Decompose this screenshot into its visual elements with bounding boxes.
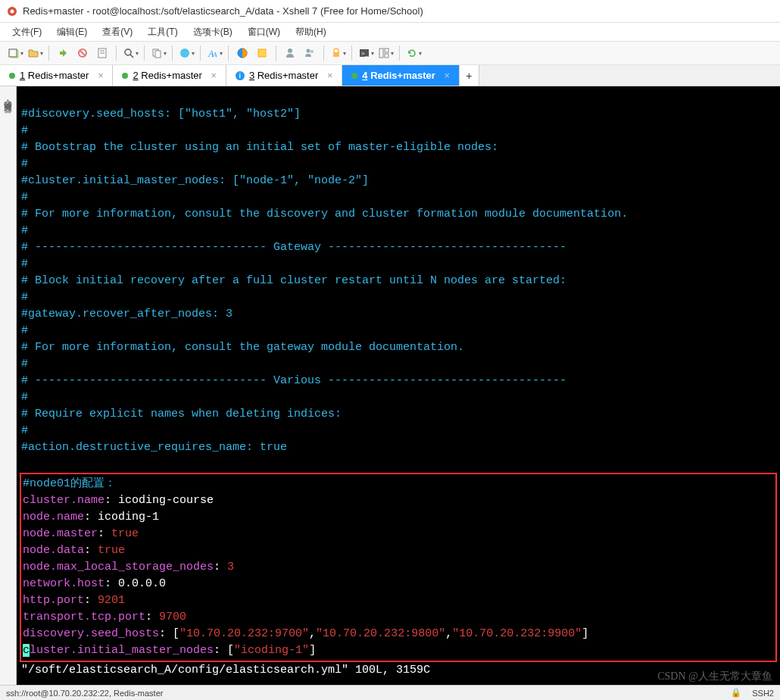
close-icon[interactable]: × <box>326 70 334 81</box>
close-icon[interactable]: × <box>96 70 105 81</box>
toolbar-separator <box>323 45 324 61</box>
svg-point-17 <box>288 48 292 53</box>
open-icon[interactable]: ▾ <box>26 44 44 62</box>
lock-icon[interactable]: ▾ <box>329 44 347 62</box>
svg-text:A: A <box>212 51 217 58</box>
toolbar-separator <box>399 45 400 61</box>
svg-rect-24 <box>385 48 388 52</box>
svg-line-4 <box>80 51 85 55</box>
svg-rect-25 <box>385 54 388 58</box>
toolbar-separator <box>351 45 352 61</box>
layout-icon[interactable]: ▾ <box>376 44 395 62</box>
svg-line-9 <box>130 55 133 58</box>
reconnect-icon[interactable] <box>54 44 72 62</box>
highlighted-config-box: #node01的配置： cluster.name: icoding-course… <box>20 473 777 662</box>
menu-window[interactable]: 窗口(W) <box>242 24 286 40</box>
session-manager-label: 会话管理器 <box>2 92 14 100</box>
svg-point-1 <box>11 9 14 13</box>
svg-rect-20 <box>333 52 339 57</box>
svg-text:>_: >_ <box>361 50 369 57</box>
terminal-cursor: c <box>23 644 30 657</box>
svg-rect-11 <box>155 51 161 58</box>
status-dot-icon <box>122 73 128 79</box>
svg-point-18 <box>307 49 310 53</box>
status-dot-icon <box>351 73 357 79</box>
menubar: 文件(F) 编辑(E) 查看(V) 工具(T) 选项卡(B) 窗口(W) 帮助(… <box>0 23 780 41</box>
copy-icon[interactable]: ▾ <box>149 44 167 62</box>
refresh-icon[interactable]: ▾ <box>404 44 423 62</box>
tab-4-active[interactable]: 4 Redis+master × <box>342 65 460 86</box>
tab-add-button[interactable]: + <box>460 65 479 86</box>
info-icon: i <box>236 71 245 80</box>
svg-rect-16 <box>258 49 266 57</box>
close-icon[interactable]: × <box>443 70 451 81</box>
toolbar-separator <box>200 45 201 61</box>
session-manager-rail[interactable]: 会话管理器 <box>0 86 17 685</box>
toolbar-separator <box>276 45 276 61</box>
new-session-icon[interactable]: ▾ <box>6 44 24 62</box>
tab-3[interactable]: i 3 Redis+master × <box>226 65 342 86</box>
search-icon[interactable]: ▾ <box>121 44 139 62</box>
menu-view[interactable]: 查看(V) <box>96 24 139 40</box>
user-icon[interactable] <box>281 44 299 62</box>
tabs-container: 1 Redis+master × 2 Redis+master × i 3 Re… <box>0 65 780 86</box>
tab-2[interactable]: 2 Redis+master × <box>113 65 226 86</box>
menu-tabs[interactable]: 选项卡(B) <box>187 24 239 40</box>
menu-help[interactable]: 帮助(H) <box>289 24 332 40</box>
window-title: Redis+master - root@localhost:/soft/elas… <box>23 5 423 17</box>
toolbar: ▾ ▾ ▾ ▾ ▾ AA▾ ▾ >_▾ ▾ ▾ <box>0 41 780 65</box>
tabbar: 1 Redis+master × 2 Redis+master × i 3 Re… <box>0 65 780 86</box>
globe-icon[interactable]: ▾ <box>177 44 195 62</box>
titlebar: Redis+master - root@localhost:/soft/elas… <box>0 0 780 23</box>
svg-point-8 <box>125 49 131 55</box>
properties-icon[interactable] <box>93 44 111 62</box>
lock-icon: 🔒 <box>731 688 741 698</box>
svg-rect-23 <box>379 48 383 58</box>
status-dot-icon <box>9 73 15 79</box>
menu-tools[interactable]: 工具(T) <box>142 24 183 40</box>
app-icon <box>6 5 18 17</box>
terminal[interactable]: #discovery.seed_hosts: ["host1", "host2"… <box>17 86 780 685</box>
toolbar-separator <box>116 45 117 61</box>
svg-rect-2 <box>9 49 17 57</box>
users-icon[interactable] <box>301 44 319 62</box>
statusbar: ssh://root@10.70.20.232:22, Redis-master… <box>0 685 780 700</box>
color-scheme-icon[interactable] <box>233 44 251 62</box>
menu-file[interactable]: 文件(F) <box>6 24 48 40</box>
menu-edit[interactable]: 编辑(E) <box>51 24 93 40</box>
highlight-icon[interactable] <box>253 44 271 62</box>
terminal-icon[interactable]: >_▾ <box>357 44 375 62</box>
toolbar-separator <box>48 45 49 61</box>
disconnect-icon[interactable] <box>73 44 92 62</box>
tab-1[interactable]: 1 Redis+master × <box>0 65 113 86</box>
svg-point-19 <box>310 50 314 53</box>
font-icon[interactable]: AA▾ <box>205 44 223 62</box>
connection-status: ssh://root@10.70.20.232:22, Redis-master <box>6 689 163 698</box>
close-icon[interactable]: × <box>210 70 218 81</box>
toolbar-separator <box>228 45 229 61</box>
toolbar-separator <box>172 45 173 61</box>
toolbar-separator <box>144 45 145 61</box>
protocol-label: SSH2 <box>752 689 774 698</box>
